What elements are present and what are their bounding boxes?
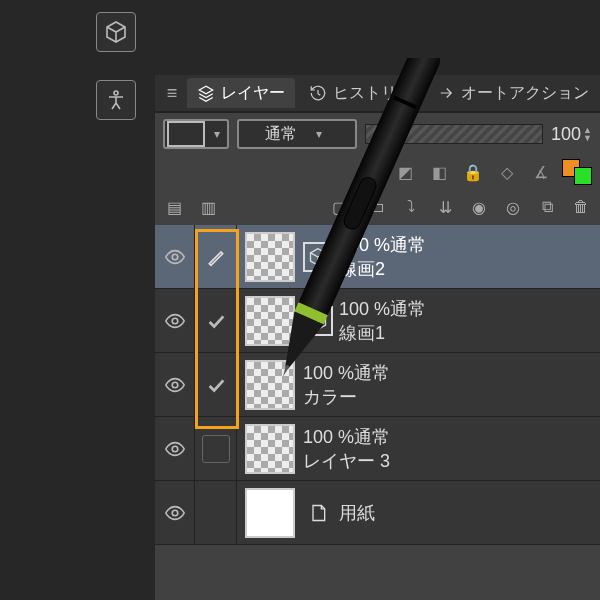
layer-opacity-label: 100 %通常 <box>303 425 390 449</box>
lock-cell[interactable] <box>195 353 237 416</box>
layer-row[interactable]: 100 %通常線画1 <box>155 289 600 353</box>
layer-name: レイヤー 3 <box>303 449 390 473</box>
layer-panel: ≡ レイヤー ヒストリー オートアクション ▾ 通常 ▾ 100 ▲▼ ▦ <box>155 75 600 600</box>
lock-icon[interactable]: 🔒 <box>460 159 486 185</box>
new-layer-icon[interactable]: ▢₊ <box>330 194 356 220</box>
visibility-toggle[interactable] <box>155 289 195 352</box>
layer-thumbnail <box>245 232 295 282</box>
lock-cell[interactable] <box>195 289 237 352</box>
layer-thumbnail <box>245 360 295 410</box>
layer-folder-cube-icon <box>303 242 333 272</box>
layer-opacity-label: 100 %通常 <box>339 233 426 257</box>
trash-icon[interactable]: 🗑 <box>568 194 594 220</box>
layer-thumbnail <box>245 424 295 474</box>
color-chips[interactable] <box>562 159 592 185</box>
layer-type-dropdown[interactable]: ▾ <box>163 119 229 149</box>
layer-opacity-label: 100 %通常 <box>303 361 390 385</box>
bg-color-chip <box>574 167 592 185</box>
lock-cell[interactable] <box>195 225 237 288</box>
lock-cell[interactable] <box>195 481 237 544</box>
apply-mask-icon[interactable]: ◎ <box>500 194 526 220</box>
tool-cube-button[interactable] <box>96 12 136 52</box>
blend-row: ▾ 通常 ▾ 100 ▲▼ <box>155 113 600 155</box>
layer-text: 100 %通常線画2 <box>339 233 426 281</box>
layer-thumbnail <box>245 488 295 538</box>
ref-icon[interactable]: ◇ <box>494 159 520 185</box>
new-folder-icon[interactable]: 🗀 <box>364 194 390 220</box>
layer-name: 用紙 <box>339 501 375 525</box>
checker-icon[interactable]: ▦ <box>358 159 384 185</box>
lock-cell[interactable] <box>195 417 237 480</box>
merge-icon[interactable]: ⇊ <box>432 194 458 220</box>
opacity-slider[interactable] <box>365 124 543 144</box>
opacity-value: 100 <box>551 124 581 145</box>
layer-row[interactable]: 100 %通常線画2 <box>155 225 600 289</box>
layer-list: 100 %通常線画2100 %通常線画1100 %通常カラー100 %通常レイヤ… <box>155 225 600 545</box>
tool-accessibility-button[interactable] <box>96 80 136 120</box>
layer-row[interactable]: 用紙 <box>155 481 600 545</box>
panel-menu-icon[interactable]: ≡ <box>161 83 183 104</box>
layer-name: 線画2 <box>339 257 426 281</box>
svg-point-3 <box>172 382 178 388</box>
ruler-icon[interactable]: ∡ <box>528 159 554 185</box>
svg-point-2 <box>172 318 178 324</box>
palette-thumb-icon[interactable]: ▥ <box>195 194 221 220</box>
layer-option-bar: ▦ ◩ ◧ 🔒 ◇ ∡ <box>155 155 600 189</box>
layer-folder-cube-icon <box>303 306 333 336</box>
visibility-toggle[interactable] <box>155 481 195 544</box>
tool-rail <box>0 0 100 600</box>
svg-point-4 <box>172 446 178 452</box>
clip-icon[interactable]: ◧ <box>426 159 452 185</box>
svg-point-0 <box>114 91 118 95</box>
layer-text: 100 %通常レイヤー 3 <box>303 425 390 473</box>
transfer-down-icon[interactable]: ⤵ <box>398 194 424 220</box>
svg-point-1 <box>172 254 178 260</box>
tab-history[interactable]: ヒストリー <box>299 78 423 108</box>
blend-mode-value: 通常 <box>265 124 297 145</box>
chevron-down-icon: ▾ <box>207 127 227 141</box>
tab-history-label: ヒストリー <box>333 83 413 104</box>
layer-paper-icon <box>303 498 333 528</box>
layer-type-swatch <box>167 121 205 147</box>
mask-icon[interactable]: ◉ <box>466 194 492 220</box>
layer-thumbnail <box>245 296 295 346</box>
layer-row[interactable]: 100 %通常レイヤー 3 <box>155 417 600 481</box>
layer-name: 線画1 <box>339 321 426 345</box>
layer-name: カラー <box>303 385 390 409</box>
svg-point-5 <box>172 510 178 516</box>
tab-layer-label: レイヤー <box>221 83 285 104</box>
palette-list-icon[interactable]: ▤ <box>161 194 187 220</box>
lock-alpha-icon[interactable]: ◩ <box>392 159 418 185</box>
layer-text: 用紙 <box>339 501 375 525</box>
opacity-stepper[interactable]: ▲▼ <box>583 126 592 142</box>
visibility-toggle[interactable] <box>155 417 195 480</box>
layer-text: 100 %通常線画1 <box>339 297 426 345</box>
tab-layer[interactable]: レイヤー <box>187 78 295 108</box>
layer-opacity-label: 100 %通常 <box>339 297 426 321</box>
dup-icon[interactable]: ⧉ <box>534 194 560 220</box>
tab-auto[interactable]: オートアクション <box>427 78 599 108</box>
blend-mode-dropdown[interactable]: 通常 ▾ <box>237 119 357 149</box>
layer-action-bar: ▤ ▥ ▢₊ 🗀 ⤵ ⇊ ◉ ◎ ⧉ 🗑 <box>155 189 600 225</box>
layer-text: 100 %通常カラー <box>303 361 390 409</box>
layer-row[interactable]: 100 %通常カラー <box>155 353 600 417</box>
tab-auto-label: オートアクション <box>461 83 589 104</box>
panel-tabs: ≡ レイヤー ヒストリー オートアクション <box>155 75 600 113</box>
chevron-down-icon: ▾ <box>309 127 329 141</box>
visibility-toggle[interactable] <box>155 225 195 288</box>
visibility-toggle[interactable] <box>155 353 195 416</box>
